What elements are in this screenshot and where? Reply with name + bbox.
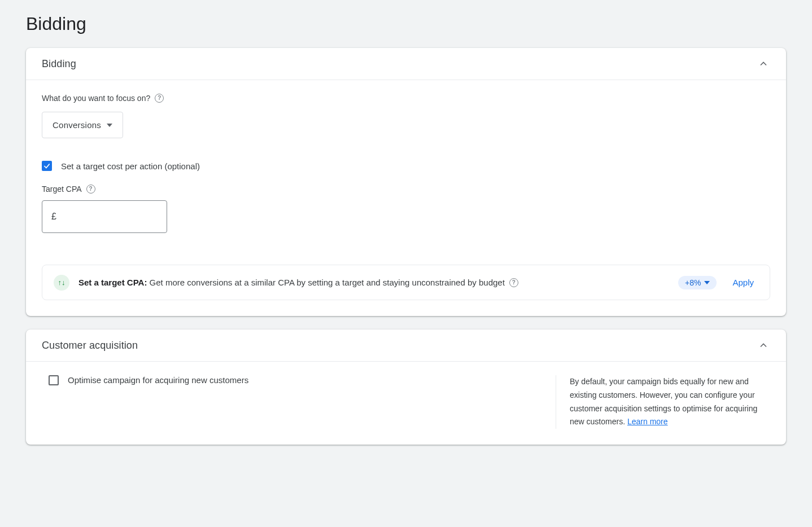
acquisition-card-title: Customer acquisition (42, 340, 138, 352)
customer-acquisition-card: Customer acquisition Optimise campaign f… (26, 330, 786, 445)
uplift-value: +8% (685, 278, 701, 287)
focus-select[interactable]: Conversions (42, 112, 123, 138)
help-icon[interactable]: ? (86, 185, 95, 194)
target-cpa-label-row: Target CPA ? (42, 185, 770, 194)
chevron-down-icon (107, 124, 112, 127)
focus-label-text: What do you want to focus on? (42, 94, 150, 103)
bidding-card: Bidding What do you want to focus on? ? … (26, 48, 786, 316)
suggestion-body: Get more conversions at a similar CPA by… (150, 278, 505, 287)
uplift-badge: +8% (678, 276, 717, 289)
bidding-card-header[interactable]: Bidding (26, 48, 786, 80)
acquisition-info: By default, your campaign bids equally f… (556, 375, 770, 429)
bidding-card-title: Bidding (42, 58, 76, 70)
page-title: Bidding (26, 14, 786, 34)
focus-select-value: Conversions (53, 120, 101, 130)
help-icon[interactable]: ? (509, 278, 518, 287)
learn-more-link[interactable]: Learn more (627, 417, 668, 426)
chevron-up-icon (757, 339, 770, 352)
chevron-up-icon (757, 57, 770, 71)
currency-prefix: £ (51, 212, 56, 222)
set-target-checkbox[interactable] (42, 161, 52, 171)
help-icon[interactable]: ? (155, 94, 164, 103)
cpa-suggestion: ↑↓ Set a target CPA: Get more conversion… (42, 265, 770, 300)
chevron-down-icon (704, 281, 710, 284)
target-cpa-input[interactable] (59, 211, 158, 222)
suggestion-title: Set a target CPA: (78, 278, 147, 287)
focus-label: What do you want to focus on? ? (42, 94, 770, 103)
target-cpa-field[interactable]: £ (42, 200, 167, 233)
set-target-label: Set a target cost per action (optional) (61, 161, 200, 171)
optimise-label: Optimise campaign for acquiring new cust… (68, 375, 248, 385)
suggestion-text: Set a target CPA: Get more conversions a… (78, 278, 669, 287)
acquisition-card-header[interactable]: Customer acquisition (26, 330, 786, 362)
optimise-new-customers-checkbox[interactable] (49, 375, 59, 385)
arrows-up-down-icon: ↑↓ (54, 275, 69, 291)
target-cpa-label: Target CPA (42, 185, 82, 194)
apply-button[interactable]: Apply (728, 274, 758, 291)
